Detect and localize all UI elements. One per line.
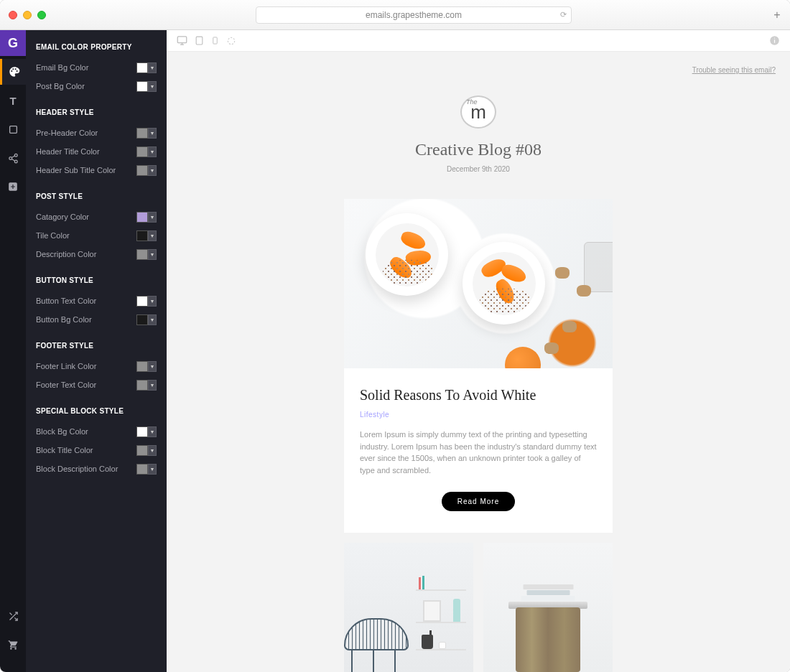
property-row: Catagory Color▼ xyxy=(36,207,157,226)
property-label: Description Color xyxy=(36,250,96,258)
chevron-down-icon: ▼ xyxy=(148,426,157,437)
color-swatch xyxy=(136,212,148,223)
sidebar: EMAIL COLOR PROPERTYEmail Bg Color▼Post … xyxy=(26,30,167,672)
svg-rect-13 xyxy=(196,37,203,45)
blog-date: December 9th 2020 xyxy=(447,165,510,173)
text-icon: T xyxy=(9,95,16,107)
rail-shuffle[interactable] xyxy=(0,603,26,629)
chevron-down-icon: ▼ xyxy=(148,212,157,223)
property-label: Footer Text Color xyxy=(36,381,96,389)
post-body: Solid Reasons To Avoid White Lifestyle L… xyxy=(344,368,613,533)
url-bar[interactable]: emails.grapestheme.com ⟳ xyxy=(256,6,572,24)
chevron-down-icon: ▼ xyxy=(148,296,157,307)
color-picker[interactable]: ▼ xyxy=(136,249,157,260)
chevron-down-icon: ▼ xyxy=(148,249,157,260)
share-icon xyxy=(8,153,19,164)
color-picker[interactable]: ▼ xyxy=(136,212,157,223)
property-label: Block Title Color xyxy=(36,446,93,454)
color-picker[interactable]: ▼ xyxy=(136,361,157,372)
color-swatch xyxy=(136,296,148,307)
mobile-icon[interactable] xyxy=(211,35,219,46)
tablet-icon[interactable] xyxy=(195,35,204,46)
url-text: emails.grapestheme.com xyxy=(366,10,462,20)
app-logo[interactable]: G xyxy=(0,30,26,56)
property-label: Pre-Header Color xyxy=(36,129,98,137)
property-label: Button Text Color xyxy=(36,297,96,305)
color-picker[interactable]: ▼ xyxy=(136,380,157,391)
color-swatch xyxy=(136,146,148,157)
section-title: POST STYLE xyxy=(36,192,157,200)
property-row: Footer Link Color▼ xyxy=(36,357,157,375)
rail-blocks[interactable] xyxy=(0,174,26,200)
color-picker[interactable]: ▼ xyxy=(136,230,157,241)
desktop-icon[interactable] xyxy=(177,35,187,46)
post-hero-image xyxy=(344,199,613,368)
chevron-down-icon: ▼ xyxy=(148,81,157,92)
canvas-toolbar xyxy=(167,30,790,52)
color-picker[interactable]: ▼ xyxy=(136,81,157,92)
color-picker[interactable]: ▼ xyxy=(136,146,157,157)
read-more-button[interactable]: Read More xyxy=(442,492,515,511)
color-swatch xyxy=(136,62,148,73)
browser-chrome: emails.grapestheme.com ⟳ + xyxy=(0,0,790,30)
info-icon[interactable] xyxy=(769,35,780,46)
new-tab-button[interactable]: + xyxy=(770,8,784,22)
color-picker[interactable]: ▼ xyxy=(136,464,157,475)
color-swatch xyxy=(136,314,148,325)
minimize-window-button[interactable] xyxy=(23,11,32,19)
svg-line-9 xyxy=(9,612,11,615)
rail-cart[interactable] xyxy=(0,632,26,658)
rail-layout[interactable] xyxy=(0,116,26,142)
two-column-row xyxy=(344,543,613,672)
left-rail: G T xyxy=(0,30,26,672)
maximize-window-button[interactable] xyxy=(37,11,46,19)
color-picker[interactable]: ▼ xyxy=(136,165,157,176)
color-picker[interactable]: ▼ xyxy=(136,296,157,307)
color-picker[interactable]: ▼ xyxy=(136,62,157,73)
cart-icon xyxy=(8,640,19,650)
color-swatch xyxy=(136,230,148,241)
svg-line-5 xyxy=(11,156,14,158)
color-picker[interactable]: ▼ xyxy=(136,314,157,325)
app: G T xyxy=(0,30,790,672)
property-label: Block Bg Color xyxy=(36,427,88,436)
property-row: Email Bg Color▼ xyxy=(36,58,157,77)
trouble-link[interactable]: Trouble seeing this email? xyxy=(692,66,776,74)
rail-share[interactable] xyxy=(0,145,26,171)
svg-point-2 xyxy=(9,157,11,159)
property-row: Block Description Color▼ xyxy=(36,459,157,478)
canvas: Trouble seeing this email? The m Creativ… xyxy=(167,30,790,672)
chevron-down-icon: ▼ xyxy=(148,380,157,391)
section-title: SPECIAL BLOCK STYLE xyxy=(36,407,157,415)
svg-rect-10 xyxy=(177,37,187,43)
color-picker[interactable]: ▼ xyxy=(136,128,157,139)
rail-typography[interactable]: T xyxy=(0,88,26,113)
property-row: Description Color▼ xyxy=(36,245,157,263)
svg-rect-0 xyxy=(9,126,17,133)
close-window-button[interactable] xyxy=(9,11,17,19)
color-swatch xyxy=(136,128,148,139)
property-label: Block Description Color xyxy=(36,465,118,473)
reload-icon[interactable]: ⟳ xyxy=(560,10,567,19)
color-swatch xyxy=(136,380,148,391)
property-label: Header Title Color xyxy=(36,147,100,156)
color-picker[interactable]: ▼ xyxy=(136,445,157,456)
property-label: Catagory Color xyxy=(36,213,89,221)
chevron-down-icon: ▼ xyxy=(148,62,157,73)
chevron-down-icon: ▼ xyxy=(148,146,157,157)
blog-title: Creative Blog #08 xyxy=(415,140,542,159)
color-picker[interactable]: ▼ xyxy=(136,426,157,437)
rail-colors[interactable] xyxy=(0,59,26,85)
property-row: Footer Text Color▼ xyxy=(36,375,157,394)
chevron-down-icon: ▼ xyxy=(148,128,157,139)
property-row: Block Bg Color▼ xyxy=(36,422,157,441)
color-swatch xyxy=(136,81,148,92)
property-label: Footer Link Color xyxy=(36,362,96,370)
color-swatch xyxy=(136,165,148,176)
refresh-icon[interactable] xyxy=(226,36,236,46)
thumb-chair xyxy=(344,543,473,672)
palette-icon xyxy=(9,66,20,78)
thumb-stump xyxy=(483,543,613,672)
chevron-down-icon: ▼ xyxy=(148,445,157,456)
plus-square-icon xyxy=(8,182,18,192)
